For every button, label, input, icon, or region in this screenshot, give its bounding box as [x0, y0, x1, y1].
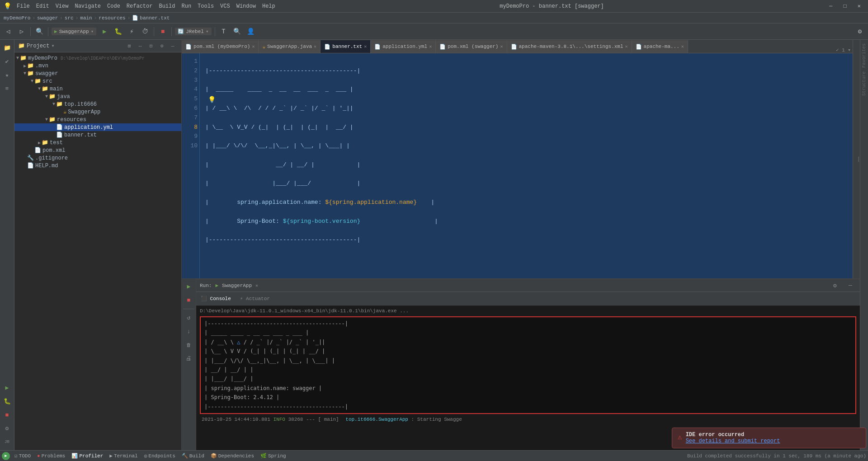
menu-vcs[interactable]: VCS — [217, 2, 233, 10]
menu-code[interactable]: Code — [104, 2, 123, 10]
run-tab-close[interactable]: ✕ — [255, 283, 258, 288]
tab-pom-mydemopro[interactable]: 📄 pom.xml (myDemoPro) ✕ — [182, 40, 259, 53]
bottom-tab-todo[interactable]: ☑ TODO — [12, 452, 33, 460]
code-editor[interactable]: |---------------------------------------… — [200, 53, 853, 278]
stop-button[interactable]: ■ — [156, 25, 169, 38]
tree-item-swaggerapp[interactable]: ▶ ☕ SwaggerApp — [14, 108, 181, 116]
tab-close-btn[interactable]: ✕ — [500, 44, 503, 49]
menu-build[interactable]: Build — [156, 2, 178, 10]
tree-item-helpmd[interactable]: ▶ 📄 HELP.md — [14, 162, 181, 169]
tree-item-mvn[interactable]: ▶ 📁 .mvn — [14, 62, 181, 70]
breadcrumb-resources[interactable]: resources — [99, 15, 125, 21]
stop-icon-btn[interactable]: ■ — [1, 409, 14, 421]
tree-item-java[interactable]: ▼ 📁 java — [14, 93, 181, 100]
run-status-btn[interactable]: ▶ — [2, 452, 10, 460]
bottom-tab-spring[interactable]: 🌿 Spring — [258, 452, 289, 460]
jrebel-side-btn[interactable]: JR — [1, 436, 14, 448]
tree-item-mydemopro[interactable]: ▼ 📁 myDemoPro D:\Develop\IDEAPro\DEV\myD… — [14, 54, 181, 62]
toolbar-search2-btn[interactable]: 🔍 — [231, 25, 244, 38]
breadcrumb-file[interactable]: 📄 banner.txt — [132, 15, 170, 21]
structure-icon-btn[interactable]: ≡ — [1, 82, 14, 95]
tree-item-test[interactable]: ▶ 📁 test — [14, 139, 181, 146]
run-button[interactable]: ▶ — [98, 25, 111, 38]
run-config-selector[interactable]: ▶ SwaggerApp ▾ — [52, 28, 96, 35]
run-clear-btn[interactable]: 🗑 — [183, 339, 195, 351]
run-tab-actuator[interactable]: ⚡ Actuator — [237, 295, 273, 302]
run-hide-btn[interactable]: — — [844, 280, 856, 292]
tree-item-applicationyml[interactable]: ▶ 📄 application.yml — [14, 123, 181, 131]
bottom-tab-build[interactable]: 🔨 Build — [179, 452, 207, 460]
debug-icon-btn[interactable]: 🐛 — [1, 395, 14, 408]
error-details-link[interactable]: See details and submit report — [686, 438, 860, 444]
panel-close-btn[interactable]: — — [168, 41, 178, 51]
tab-close-btn[interactable]: ✕ — [681, 44, 684, 49]
tree-item-package[interactable]: ▼ 📁 top.it6666 — [14, 100, 181, 108]
breadcrumb-swagger[interactable]: swagger — [37, 15, 58, 21]
run-scroll-end-btn[interactable]: ↓ — [183, 325, 195, 337]
maximize-button[interactable]: □ — [840, 2, 850, 10]
tab-close-btn[interactable]: ✕ — [429, 44, 432, 49]
run-restart-btn[interactable]: ↺ — [183, 312, 195, 324]
favorites-label[interactable]: Favorites — [861, 42, 867, 70]
structure-label[interactable]: Structure — [861, 70, 867, 98]
jrebel-config-selector[interactable]: 🔄 JRebel ▾ — [175, 28, 211, 35]
run-start-btn[interactable]: ▶ — [183, 281, 195, 292]
toolbar-search-btn[interactable]: 🔍 — [33, 25, 46, 38]
toolbar-forward-btn[interactable]: ▷ — [15, 25, 28, 38]
panel-layout-btn[interactable]: ⊞ — [124, 41, 134, 51]
tab-swaggerapp[interactable]: ☕ SwaggerApp.java ✕ — [259, 40, 321, 53]
panel-settings-btn[interactable]: ⚙ — [157, 41, 167, 51]
tab-banner[interactable]: 📄 banner.txt ✕ — [321, 40, 371, 53]
tab-close-btn[interactable]: ✕ — [364, 44, 367, 49]
run-stop-btn[interactable]: ■ — [183, 294, 195, 306]
tab-apache[interactable]: 📄 apache-ma... ✕ — [632, 40, 688, 53]
close-button[interactable]: ✕ — [854, 2, 864, 10]
tree-item-main[interactable]: ▼ 📁 main — [14, 85, 181, 93]
bottom-tab-problems[interactable]: ● Problems — [34, 452, 68, 460]
breadcrumb-main[interactable]: main — [80, 15, 92, 21]
menu-window[interactable]: Window — [234, 2, 259, 10]
tree-item-bannertxt[interactable]: ▶ 📄 banner.txt — [14, 131, 181, 139]
run-tab-console[interactable]: ⬛ Console — [198, 295, 234, 302]
breadcrumb-mydemopro[interactable]: myDemoPro — [4, 15, 30, 21]
run-settings-btn[interactable]: ⚙ — [829, 280, 841, 292]
profile-button[interactable]: ⏱ — [139, 25, 151, 38]
bottom-tab-terminal[interactable]: ▶ Terminal — [107, 452, 140, 460]
bottom-tab-profiler[interactable]: 📊 Profiler — [69, 452, 106, 460]
tab-close-btn[interactable]: ✕ — [625, 44, 628, 49]
coverage-button[interactable]: ⚡ — [125, 25, 138, 38]
tree-item-gitignore[interactable]: ▶ 🔧 .gitignore — [14, 154, 181, 162]
run-print-btn[interactable]: 🖨 — [183, 353, 195, 364]
bottom-tab-endpoints[interactable]: ◎ Endpoints — [142, 452, 178, 460]
menu-edit[interactable]: Edit — [33, 2, 52, 10]
settings-icon-btn[interactable]: ⚙ — [1, 422, 14, 435]
editor-content[interactable]: 1 2 3 4 5 6 7 8 9 10 |------------------… — [182, 53, 853, 278]
tab-close-btn[interactable]: ✕ — [314, 44, 316, 49]
run-icon-btn[interactable]: ▶ — [1, 381, 14, 394]
bookmark-icon-btn[interactable]: ★ — [1, 69, 14, 81]
menu-file[interactable]: File — [14, 2, 33, 10]
toolbar-settings-btn[interactable]: ⚙ — [854, 25, 866, 38]
tree-item-pomxml[interactable]: ▶ 📄 pom.xml — [14, 146, 181, 154]
tab-close-btn[interactable]: ✕ — [252, 44, 255, 49]
breadcrumb-src[interactable]: src — [65, 15, 74, 21]
tab-settings[interactable]: 📄 apache-maven-3.8.1\...\settings.xml ✕ — [507, 40, 632, 53]
menu-help[interactable]: Help — [259, 2, 278, 10]
bottom-tab-dependencies[interactable]: 📦 Dependencies — [208, 452, 257, 460]
menu-tools[interactable]: Tools — [195, 2, 217, 10]
debug-button[interactable]: 🐛 — [112, 25, 124, 38]
tree-item-resources[interactable]: ▼ 📁 resources — [14, 116, 181, 123]
tree-item-swagger[interactable]: ▼ 📁 swagger — [14, 70, 181, 77]
project-icon-btn[interactable]: 📁 — [1, 42, 14, 54]
toolbar-translate-btn[interactable]: T — [217, 25, 230, 38]
menu-refactor[interactable]: Refactor — [124, 2, 156, 10]
menu-view[interactable]: View — [53, 2, 71, 10]
commit-icon-btn[interactable]: ✔ — [1, 55, 14, 68]
toolbar-user-btn[interactable]: 👤 — [245, 25, 257, 38]
menu-navigate[interactable]: Navigate — [72, 2, 104, 10]
tab-pom-swagger[interactable]: 📄 pom.xml (swagger) ✕ — [436, 40, 507, 53]
tree-item-src[interactable]: ▼ 📁 src — [14, 77, 181, 85]
minimize-button[interactable]: ─ — [826, 2, 836, 10]
toolbar-back-btn[interactable]: ◁ — [2, 25, 14, 38]
panel-sync-btn[interactable]: ↔ — [135, 41, 145, 51]
